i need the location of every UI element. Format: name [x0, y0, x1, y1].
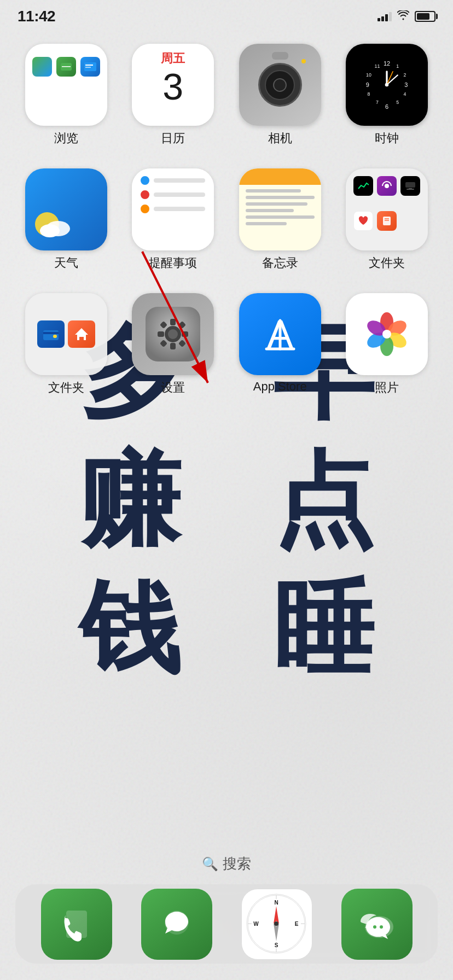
svg-text:W: W	[253, 921, 259, 927]
svg-text:N: N	[274, 900, 278, 906]
svg-text:1: 1	[397, 63, 399, 69]
svg-point-38	[168, 329, 178, 339]
app-row-2: 天气 提醒事项	[0, 168, 453, 271]
app-icon-photos[interactable]	[346, 293, 428, 375]
app-item-notes[interactable]: 备忘录	[229, 168, 331, 271]
chinese-char-4: 点	[226, 445, 420, 572]
app-label-calendar: 日历	[161, 130, 185, 147]
svg-text:2: 2	[404, 72, 406, 78]
app-label-folder3: 文件夹	[48, 380, 84, 396]
svg-text:3: 3	[404, 81, 408, 88]
svg-text:4: 4	[404, 91, 406, 97]
app-row-3: 文件夹	[0, 293, 453, 396]
svg-rect-3	[85, 65, 93, 66]
svg-text:9: 9	[366, 81, 369, 88]
chinese-char-6: 睡	[226, 573, 420, 700]
app-item-settings[interactable]: 设置	[123, 293, 224, 396]
svg-marker-35	[75, 328, 88, 340]
app-icon-camera[interactable]	[239, 44, 321, 126]
camera-lens	[258, 63, 302, 107]
svg-text:7: 7	[376, 100, 379, 105]
svg-point-56	[382, 330, 391, 339]
app-icon-weather[interactable]	[25, 168, 107, 250]
calendar-day-number: 3	[132, 68, 214, 107]
svg-text:11: 11	[375, 63, 380, 69]
svg-text:12: 12	[384, 60, 390, 67]
dock-safari[interactable]: N S E W	[241, 889, 312, 960]
svg-point-24	[40, 224, 60, 237]
battery-icon	[415, 11, 435, 22]
app-label-notes: 备忘录	[262, 255, 298, 271]
app-label-photos: 照片	[375, 380, 399, 396]
app-grid: 浏览 周五 3 日历 相机 12 3	[0, 44, 453, 147]
messages-icon	[158, 905, 196, 943]
app-icon-browse[interactable]	[25, 44, 107, 126]
wechat-icon	[356, 906, 397, 942]
safari-icon: N S E W	[245, 892, 308, 955]
svg-rect-4	[85, 67, 91, 68]
chinese-char-5: 钱	[33, 573, 226, 700]
app-label-clock: 时钟	[375, 130, 399, 147]
svg-rect-39	[170, 319, 176, 325]
phone-icon	[57, 905, 96, 943]
app-label-camera: 相机	[268, 130, 292, 147]
app-icon-appstore[interactable]: A	[239, 293, 321, 375]
chinese-char-3: 赚	[33, 445, 226, 572]
dock-messages[interactable]	[141, 889, 212, 960]
app-icon-calendar[interactable]: 周五 3	[132, 44, 214, 126]
app-item-camera[interactable]: 相机	[229, 44, 331, 147]
app-icon-notes[interactable]	[239, 168, 321, 250]
app-item-calendar[interactable]: 周五 3 日历	[123, 44, 224, 147]
app-label-folder2: 文件夹	[369, 255, 405, 271]
app-icon-folder3[interactable]	[25, 293, 107, 375]
svg-text:8: 8	[368, 91, 370, 97]
app-label-browse: 浏览	[54, 130, 78, 147]
search-icon: 🔍	[202, 856, 218, 872]
app-item-folder3[interactable]: 文件夹	[15, 293, 117, 396]
app-item-folder2[interactable]: 文件夹	[336, 168, 438, 271]
svg-rect-26	[405, 182, 415, 188]
svg-point-75	[380, 925, 383, 929]
app-label-weather: 天气	[54, 255, 78, 271]
app-icon-settings[interactable]	[132, 293, 214, 375]
svg-point-74	[373, 925, 376, 929]
app-item-browse[interactable]: 浏览	[15, 44, 117, 147]
photos-logo	[354, 301, 420, 367]
calendar-day-name: 周五	[132, 44, 214, 68]
app-item-weather[interactable]: 天气	[15, 168, 117, 271]
svg-point-72	[274, 921, 278, 926]
gear-svg	[146, 307, 200, 361]
search-bar[interactable]: 🔍 搜索	[202, 854, 251, 873]
svg-rect-34	[53, 335, 57, 338]
wifi-icon	[397, 10, 409, 23]
app-icon-folder2[interactable]	[346, 168, 428, 250]
svg-rect-40	[170, 343, 176, 349]
dock: N S E W	[15, 884, 438, 964]
app-item-photos[interactable]: 照片	[336, 293, 438, 396]
svg-rect-33	[43, 332, 59, 334]
app-item-appstore[interactable]: A App Store	[229, 293, 331, 396]
dock-wechat[interactable]	[341, 889, 413, 960]
app-label-appstore: App Store	[253, 380, 307, 394]
camera-bump	[272, 52, 288, 60]
app-item-reminders[interactable]: 提醒事项	[123, 168, 224, 271]
app-label-reminders: 提醒事项	[149, 255, 197, 271]
svg-text:E: E	[295, 921, 299, 927]
svg-point-21	[385, 83, 389, 87]
app-label-settings: 设置	[161, 380, 185, 396]
status-bar: 11:42	[0, 0, 453, 33]
search-label: 搜索	[223, 854, 251, 873]
appstore-logo: A	[255, 310, 305, 359]
svg-text:5: 5	[397, 100, 399, 105]
svg-rect-28	[406, 189, 414, 190]
signal-icon	[378, 11, 392, 21]
camera-dot	[301, 59, 306, 63]
svg-text:10: 10	[366, 72, 371, 78]
svg-rect-1	[62, 66, 71, 67]
dock-phone[interactable]	[41, 889, 112, 960]
svg-rect-41	[158, 331, 164, 337]
clock-face: 12 3 6 9 1 2 4 5 7 8 10 11	[357, 55, 417, 115]
app-icon-reminders[interactable]	[132, 168, 214, 250]
app-icon-clock[interactable]: 12 3 6 9 1 2 4 5 7 8 10 11	[346, 44, 428, 126]
app-item-clock[interactable]: 12 3 6 9 1 2 4 5 7 8 10 11 时钟	[336, 44, 438, 147]
